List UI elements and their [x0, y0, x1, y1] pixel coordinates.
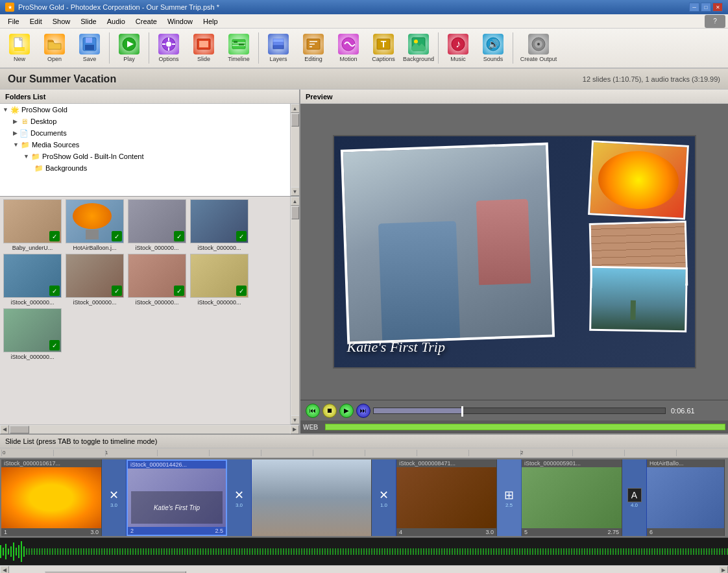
close-button[interactable]: ✕ [712, 3, 723, 12]
toolbar-motion-label: Motion [339, 56, 357, 62]
slide-icon [193, 34, 214, 55]
media-scroll-down[interactable]: ▼ [291, 415, 300, 424]
toolbar-captions[interactable]: T Captions [367, 30, 400, 66]
minimize-button[interactable]: ─ [689, 3, 699, 12]
help-icon[interactable]: ? [705, 15, 725, 28]
timeline-icon [228, 34, 249, 55]
tree-item-builtin[interactable]: ▼ 📁 ProShow Gold - Built-In Content [0, 151, 290, 162]
menu-slide[interactable]: Slide [75, 16, 101, 27]
toolbar-save[interactable]: Save [73, 30, 106, 66]
expand-mediasources[interactable]: ▼ [13, 141, 19, 148]
menu-audio[interactable]: Audio [102, 16, 130, 27]
expand-desktop[interactable]: ▶ [13, 118, 18, 125]
media-hscroll-right[interactable]: ▶ [290, 425, 299, 434]
toolbar-sep-5 [513, 32, 513, 64]
timeline-bar[interactable] [373, 408, 666, 414]
documents-icon: 📄 [19, 128, 29, 138]
trans-dur-1: 3.0 [110, 502, 117, 508]
media-item-istock7[interactable]: ✓ iStock_000000... [3, 308, 62, 360]
toolbar-slide[interactable]: Slide [187, 30, 221, 66]
toolbar-editing-label: Editing [304, 56, 322, 62]
menu-edit[interactable]: Edit [25, 16, 47, 27]
toolbar-open[interactable]: Open [38, 30, 71, 66]
toolbar-options[interactable]: Options [152, 30, 186, 66]
media-item-istock5[interactable]: ✓ iStock_000000... [127, 254, 187, 306]
toolbar-output-label: Create Output [520, 56, 557, 62]
slidelist-hscroll[interactable]: ◀ ▶ [0, 565, 728, 573]
transition-4[interactable]: ⊞ 2.5 [497, 459, 522, 537]
slide-item-6[interactable]: HotAirBallo... 6 [647, 459, 725, 537]
menu-create[interactable]: Create [130, 16, 162, 27]
timeline-marker [461, 406, 463, 417]
expand-builtin[interactable]: ▼ [23, 153, 29, 160]
toolbar-play[interactable]: Play [112, 30, 146, 66]
scroll-thumb[interactable] [291, 114, 299, 127]
scroll-down-arrow[interactable]: ▼ [291, 187, 300, 196]
media-item-istock3[interactable]: ✓ iStock_000000... [3, 254, 62, 306]
transition-5[interactable]: A 4.0 [622, 459, 647, 537]
menu-help[interactable]: Help [198, 16, 223, 27]
transition-2[interactable]: ✕ 3.0 [227, 459, 252, 537]
media-item-istock2[interactable]: ✓ iStock_000000... [189, 199, 249, 251]
toolbar-layers[interactable]: Layers [261, 30, 295, 66]
tree-item-documents[interactable]: ▶ 📄 Documents [0, 127, 290, 139]
slide-item-3[interactable]: iStock_0000005650... 3 4.0 [252, 459, 372, 537]
preview-label: Preview [306, 93, 333, 101]
play-btn[interactable]: ▶ [339, 404, 354, 418]
slidelist-hscroll-left[interactable]: ◀ [0, 566, 9, 574]
media-scroll-track [291, 206, 299, 415]
tree-item-desktop[interactable]: ▶ 🖥 Desktop [0, 116, 290, 127]
slidelist-hscroll-right[interactable]: ▶ [719, 566, 728, 574]
expand-proshow[interactable]: ▼ [3, 106, 8, 113]
media-scrollbar[interactable]: ▲ ▼ [290, 197, 299, 424]
toolbar-timeline[interactable]: Timeline [222, 30, 256, 66]
media-item-istock6[interactable]: ✓ iStock_000000... [189, 254, 249, 306]
toolbar-music-label: Music [450, 56, 466, 62]
slide-item-1[interactable]: iStock_0000010617... 1 3.0 [1, 459, 102, 537]
toolbar-output[interactable]: Create Output [516, 30, 561, 66]
toolbar-motion[interactable]: Motion [332, 30, 365, 66]
media-scroll-up[interactable]: ▲ [291, 197, 300, 206]
play-fwd-btn[interactable]: ⏭ [356, 404, 370, 418]
maximize-button[interactable]: □ [701, 3, 711, 12]
folders-scrollbar[interactable]: ▲ ▼ [290, 104, 299, 196]
toolbar-sounds[interactable]: 🔊 Sounds [476, 30, 510, 66]
media-item-istock4[interactable]: ✓ iStock_000000... [65, 254, 125, 306]
svg-rect-13 [162, 43, 165, 45]
show-info: 12 slides (1:10.75), 1 audio tracks (3:1… [583, 75, 720, 83]
expand-documents[interactable]: ▶ [13, 130, 18, 136]
transition-3[interactable]: ✕ 1.0 [372, 459, 396, 537]
menu-file[interactable]: File [3, 16, 25, 27]
slide-item-5[interactable]: iStock_0000005901... 5 2.75 [522, 459, 622, 537]
titlebar-controls[interactable]: ─ □ ✕ [689, 3, 723, 12]
media-item-istock1[interactable]: ✓ iStock_000000... [127, 199, 187, 251]
tree-item-mediasources[interactable]: ▼ 📁 Media Sources [0, 139, 290, 151]
transition-1[interactable]: ✕ 3.0 [102, 459, 127, 537]
scroll-up-arrow[interactable]: ▲ [291, 104, 300, 113]
toolbar-editing[interactable]: Editing [297, 30, 330, 66]
media-check-baby: ✓ [49, 231, 60, 241]
stop-btn[interactable]: ⏹ [322, 404, 337, 418]
slide-item-4[interactable]: iStock_0000008471... 4 3.0 [396, 459, 497, 537]
bottom-section: Slide List (press TAB to toggle to timel… [0, 433, 728, 573]
toolbar-background[interactable]: Background [402, 30, 435, 66]
media-hscroll-left[interactable]: ◀ [0, 425, 9, 434]
slide-item-2[interactable]: iStock_0000014426... Katie's First Trip … [127, 459, 227, 537]
media-scroll-thumb[interactable] [291, 206, 299, 219]
media-item-hotair[interactable]: ✓ HotAirBalloon.j... [65, 199, 125, 251]
tree-item-backgrounds[interactable]: 📁 Backgrounds [0, 162, 290, 174]
menu-window[interactable]: Window [162, 16, 198, 27]
menu-show[interactable]: Show [47, 16, 76, 27]
slidelist-hscroll-thumb[interactable] [45, 571, 187, 574]
toolbar-new[interactable]: New [3, 30, 36, 66]
toolbar-sep-4 [438, 32, 439, 64]
media-label-baby: Baby_underU... [3, 245, 62, 251]
tree-item-proshow[interactable]: ▼ 🌟 ProShow Gold [0, 104, 290, 116]
toolbar-music[interactable]: ♪ Music [441, 30, 475, 66]
media-item-baby[interactable]: ✓ Baby_underU... [3, 199, 62, 251]
play-back-btn[interactable]: ⏮ [306, 404, 320, 418]
media-hscroll[interactable]: ◀ ▶ [0, 424, 299, 433]
svg-rect-12 [168, 47, 169, 51]
media-hscroll-thumb[interactable] [10, 426, 29, 433]
media-label-istock7: iStock_000000... [3, 354, 62, 360]
